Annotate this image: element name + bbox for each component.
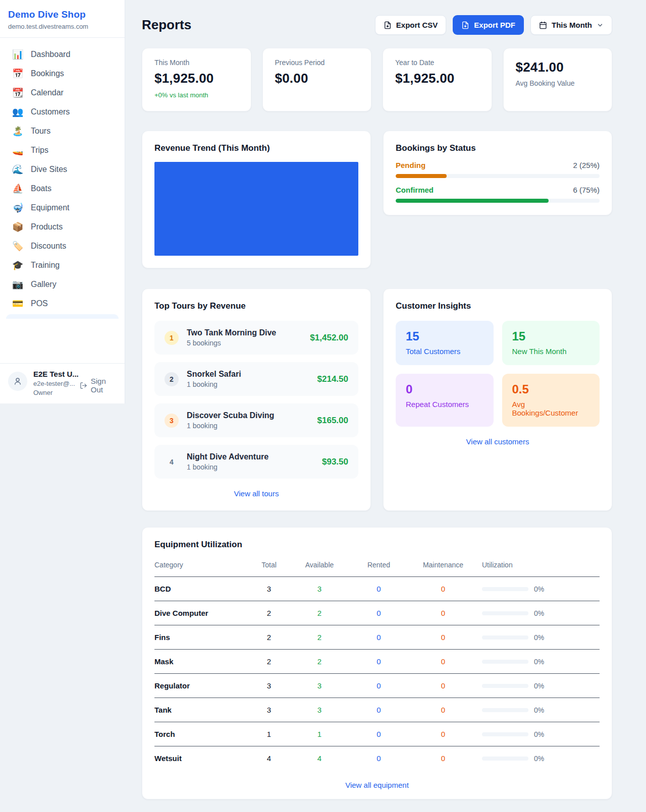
sidebar-nav: 📊Dashboard📅Bookings📆Calendar👥Customers🏝️… [0, 38, 125, 313]
cell-maintenance: 0 [410, 625, 476, 650]
sidebar-item-pos[interactable]: 💳POS [6, 294, 119, 313]
sign-out-icon [80, 381, 87, 390]
insight-label: Avg Bookings/Customer [512, 400, 590, 417]
view-all-equipment-link[interactable]: View all equipment [345, 781, 409, 789]
sidebar-item-boats[interactable]: ⛵Boats [6, 179, 119, 198]
tour-bookings: 1 booking [187, 380, 241, 388]
table-row-bcd: BCD33000% [154, 577, 600, 601]
view-all-tours-link[interactable]: View all tours [234, 489, 279, 498]
sidebar-item-label: Dive Sites [31, 165, 67, 174]
table-row-torch: Torch11000% [154, 722, 600, 746]
cell-utilization: 0% [476, 674, 600, 698]
sidebar-item-dashboard[interactable]: 📊Dashboard [6, 45, 119, 64]
table-row-wetsuit: Wetsuit44000% [154, 746, 600, 771]
column-header-rented: Rented [347, 556, 410, 577]
cell-total: 1 [246, 722, 292, 746]
sidebar-item-calendar[interactable]: 📆Calendar [6, 83, 119, 102]
utilization-percent: 0% [534, 706, 544, 714]
utilization-percent: 0% [534, 609, 544, 617]
utilization-percent: 0% [534, 682, 544, 690]
cell-available: 3 [292, 698, 347, 722]
cell-utilization: 0% [476, 650, 600, 674]
utilization-bar-track [482, 611, 528, 615]
sidebar-item-products[interactable]: 📦Products [6, 217, 119, 237]
cell-available: 3 [292, 577, 347, 601]
tour-row-snorkel-safari: 2Snorkel Safari1 booking$214.50 [154, 362, 358, 396]
view-all-customers-link[interactable]: View all customers [466, 437, 529, 446]
stat-value: $1,925.00 [395, 71, 479, 86]
revenue-trend-chart [154, 162, 358, 256]
dive-sites-icon: 🌊 [12, 165, 23, 174]
sidebar-item-dive-sites[interactable]: 🌊Dive Sites [6, 160, 119, 179]
sidebar-item-label: Products [31, 222, 63, 231]
lists-row: Top Tours by Revenue 1Two Tank Morning D… [142, 288, 612, 511]
sidebar-item-equipment[interactable]: 🤿Equipment [6, 198, 119, 217]
cell-category: Wetsuit [154, 746, 246, 771]
cell-available: 3 [292, 674, 347, 698]
table-row-regulator: Regulator33000% [154, 674, 600, 698]
tour-name: Discover Scuba Diving [187, 411, 274, 420]
sign-out-label: Sign Out [91, 377, 117, 394]
sign-out-button[interactable]: Sign Out [80, 377, 117, 394]
stat-card-this-month: This Month$1,925.00+0% vs last month [142, 48, 251, 111]
sidebar-user-footer: E2E Test U... e2e-tester@... Owner Sign … [0, 363, 125, 403]
header-actions: Export CSV Export PDF This Month [375, 15, 612, 35]
period-select[interactable]: This Month [530, 15, 612, 35]
status-label: Confirmed [396, 186, 434, 194]
stat-label: This Month [154, 59, 239, 67]
status-count: 2 (25%) [573, 161, 600, 169]
app-root: Demo Dive Shop demo.test.divestreams.com… [0, 0, 646, 812]
stat-value: $0.00 [275, 71, 359, 86]
cell-rented: 0 [347, 722, 410, 746]
cell-utilization: 0% [476, 625, 600, 650]
sidebar-item-label: Equipment [31, 203, 70, 212]
equipment-table-header: CategoryTotalAvailableRentedMaintenanceU… [154, 556, 600, 577]
cell-category: Tank [154, 698, 246, 722]
sidebar-item-label: Trips [31, 146, 48, 155]
cell-category: Dive Computer [154, 601, 246, 625]
column-header-maintenance: Maintenance [410, 556, 476, 577]
gallery-icon: 📷 [12, 280, 23, 289]
page-header: Reports Export CSV Export PDF This Month [142, 15, 612, 35]
insight-tiles: 15Total Customers15New This Month0Repeat… [396, 321, 600, 427]
sidebar-item-gallery[interactable]: 📷Gallery [6, 275, 119, 294]
sidebar-item-discounts[interactable]: 🏷️Discounts [6, 237, 119, 256]
cell-category: Torch [154, 722, 246, 746]
status-bar-fill [396, 174, 447, 178]
tour-revenue: $165.00 [317, 416, 348, 426]
sidebar-item-trips[interactable]: 🚤Trips [6, 141, 119, 160]
sidebar-item-customers[interactable]: 👥Customers [6, 102, 119, 122]
bookings-by-status-title: Bookings by Status [396, 143, 600, 153]
brand-name[interactable]: Demo Dive Shop [8, 9, 117, 20]
sidebar-item-bookings[interactable]: 📅Bookings [6, 64, 119, 83]
cell-utilization: 0% [476, 577, 600, 601]
tour-row-two-tank-morning-dive: 1Two Tank Morning Dive5 bookings$1,452.0… [154, 321, 358, 355]
status-rows: Pending2 (25%)Confirmed6 (75%) [396, 161, 600, 203]
insight-tile-repeat-customers: 0Repeat Customers [396, 374, 494, 427]
export-csv-button[interactable]: Export CSV [375, 15, 447, 35]
sidebar-item-label: Bookings [31, 69, 64, 78]
cell-maintenance: 0 [410, 746, 476, 771]
stat-value: $241.00 [516, 60, 600, 75]
sidebar-item-label: Dashboard [31, 50, 70, 59]
sidebar-item-label: Customers [31, 107, 70, 117]
insight-value: 15 [406, 329, 483, 343]
stat-card-previous-period: Previous Period$0.00 [262, 48, 372, 111]
period-label: This Month [552, 21, 592, 29]
equipment-utilization-title: Equipment Utilization [154, 540, 600, 550]
sidebar-item-tours[interactable]: 🏝️Tours [6, 122, 119, 141]
cell-rented: 0 [347, 625, 410, 650]
sidebar-item-reports-peek[interactable] [6, 314, 119, 319]
utilization-bar-track [482, 732, 528, 736]
tour-name: Two Tank Morning Dive [187, 328, 276, 337]
cell-available: 2 [292, 625, 347, 650]
sidebar-item-training[interactable]: 🎓Training [6, 256, 119, 275]
stat-card-avg-booking-value: $241.00Avg Booking Value [503, 48, 613, 111]
utilization-bar-track [482, 684, 528, 688]
utilization-bar-track [482, 635, 528, 640]
boats-icon: ⛵ [12, 184, 23, 193]
export-pdf-button[interactable]: Export PDF [453, 15, 524, 35]
cell-maintenance: 0 [410, 601, 476, 625]
insight-label: Total Customers [406, 347, 483, 356]
sidebar-item-label: Training [31, 261, 60, 270]
